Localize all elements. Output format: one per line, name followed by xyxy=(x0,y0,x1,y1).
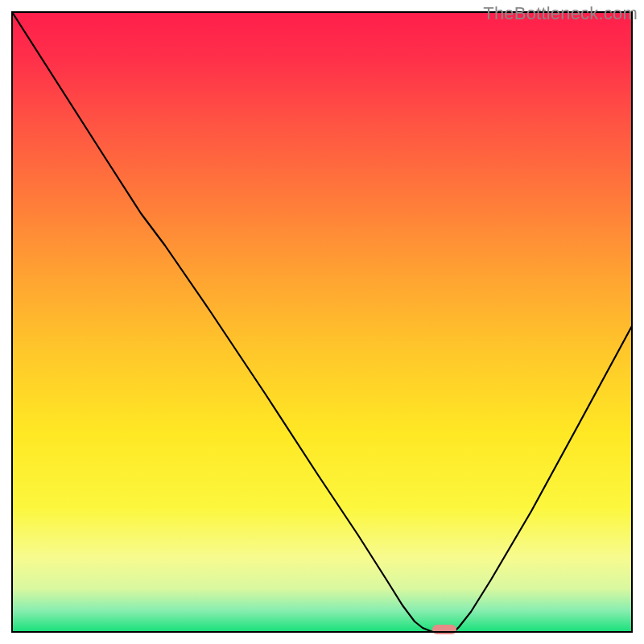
chart-canvas: TheBottleneck.com xyxy=(0,0,644,644)
optimal-point-marker xyxy=(432,625,456,634)
watermark-text: TheBottleneck.com xyxy=(483,3,638,24)
gradient-background xyxy=(12,12,632,632)
bottleneck-chart-svg xyxy=(0,0,644,644)
